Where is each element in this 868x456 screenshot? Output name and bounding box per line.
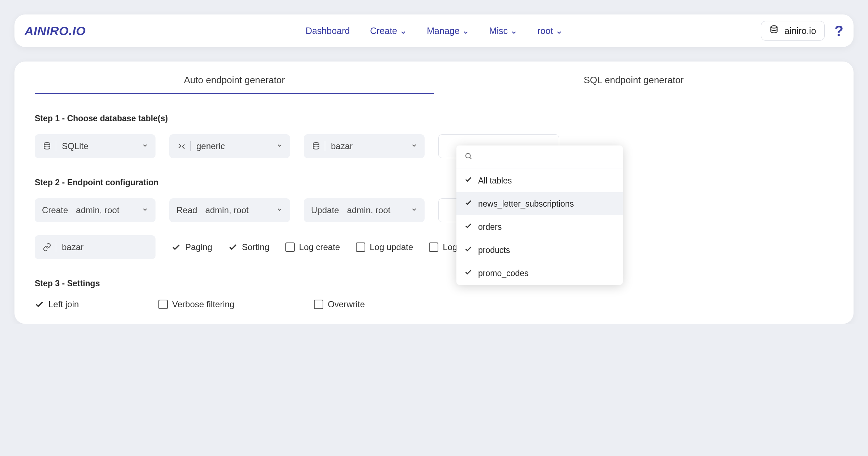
connection-select[interactable]: generic — [169, 134, 290, 158]
chevron-down-icon — [411, 142, 417, 151]
svg-point-2 — [313, 143, 319, 145]
left-join-label: Left join — [48, 299, 79, 309]
sorting-label: Sorting — [242, 242, 269, 252]
connection-icon — [176, 142, 187, 151]
nav-dashboard[interactable]: Dashboard — [306, 26, 350, 36]
log-update-label: Log update — [370, 242, 413, 252]
dropdown-item-label: All tables — [478, 176, 512, 186]
connection-value: generic — [196, 141, 225, 151]
step-3-title: Step 3 - Settings — [35, 279, 833, 288]
dropdown-item-promo-codes[interactable]: promo_codes — [456, 262, 623, 285]
verbose-label: Verbose filtering — [172, 299, 234, 309]
nav-manage[interactable]: Manage — [427, 26, 469, 36]
url-prefix-value: bazar — [62, 242, 84, 252]
paging-checkbox[interactable]: Paging — [171, 242, 212, 252]
chevron-down-icon — [400, 28, 407, 34]
db-engine-value: SQLite — [62, 141, 88, 151]
chevron-down-icon — [276, 142, 283, 151]
tab-auto-endpoint[interactable]: Auto endpoint generator — [35, 62, 434, 94]
svg-point-3 — [466, 153, 471, 158]
checkbox-icon — [285, 242, 295, 252]
checkbox-icon — [314, 300, 323, 309]
step-2-title: Step 2 - Endpoint configuration — [35, 178, 833, 187]
svg-point-0 — [771, 26, 777, 28]
chevron-down-icon — [276, 206, 283, 215]
dropdown-item-news-letter-subscriptions[interactable]: news_letter_subscriptions — [456, 192, 623, 215]
dropdown-item-orders[interactable]: orders — [456, 215, 623, 238]
url-prefix-input[interactable]: bazar — [35, 235, 156, 259]
top-nav: Dashboard Create Manage Misc — [306, 26, 562, 36]
database-icon — [769, 25, 779, 37]
create-roles-value: admin, root — [76, 205, 119, 215]
tabs: Auto endpoint generator SQL endpoint gen… — [35, 62, 833, 94]
chevron-down-icon — [142, 206, 148, 215]
check-icon — [171, 242, 181, 252]
checkbox-icon — [158, 300, 168, 309]
database-select[interactable]: bazar — [304, 134, 425, 158]
step-1-title: Step 1 - Choose database table(s) — [35, 114, 833, 123]
database-value: bazar — [331, 141, 353, 151]
log-update-checkbox[interactable]: Log update — [356, 242, 413, 252]
database-icon — [42, 142, 52, 151]
left-join-checkbox[interactable]: Left join — [35, 299, 79, 309]
dropdown-item-label: promo_codes — [478, 269, 528, 278]
read-roles-select[interactable]: Read admin, root — [169, 198, 290, 222]
check-icon — [464, 222, 472, 232]
svg-point-1 — [44, 143, 50, 145]
nav-create[interactable]: Create — [370, 26, 407, 36]
dropdown-search — [456, 145, 623, 169]
sorting-checkbox[interactable]: Sorting — [228, 242, 269, 252]
create-roles-select[interactable]: Create admin, root — [35, 198, 156, 222]
database-icon — [311, 142, 321, 151]
dropdown-item-label: products — [478, 245, 510, 255]
dropdown-search-input[interactable] — [477, 152, 615, 162]
dropdown-item-label: orders — [478, 222, 502, 232]
read-label: Read — [176, 205, 197, 215]
check-icon — [35, 300, 44, 309]
nav-manage-label: Manage — [427, 26, 459, 36]
update-roles-value: admin, root — [347, 205, 390, 215]
search-icon — [464, 152, 472, 162]
svg-line-4 — [470, 157, 471, 159]
check-icon — [228, 242, 238, 252]
dropdown-item-label: news_letter_subscriptions — [478, 199, 574, 209]
nav-dashboard-label: Dashboard — [306, 26, 350, 36]
dropdown-item-products[interactable]: products — [456, 238, 623, 262]
checkbox-icon — [429, 242, 438, 252]
overwrite-label: Overwrite — [328, 299, 365, 309]
chevron-down-icon — [411, 206, 417, 215]
check-icon — [464, 245, 472, 255]
db-engine-select[interactable]: SQLite — [35, 134, 156, 158]
log-create-label: Log create — [299, 242, 340, 252]
nav-misc-label: Misc — [489, 26, 508, 36]
dropdown-item-all-tables[interactable]: All tables — [456, 169, 623, 192]
log-create-checkbox[interactable]: Log create — [285, 242, 340, 252]
create-label: Create — [42, 205, 68, 215]
tables-dropdown: All tables news_letter_subscriptions ord… — [456, 145, 623, 285]
nav-root[interactable]: root — [537, 26, 562, 36]
paging-label: Paging — [185, 242, 212, 252]
nav-root-label: root — [537, 26, 553, 36]
nav-create-label: Create — [370, 26, 397, 36]
help-button[interactable]: ? — [835, 23, 843, 39]
update-roles-select[interactable]: Update admin, root — [304, 198, 425, 222]
update-label: Update — [311, 205, 339, 215]
verbose-checkbox[interactable]: Verbose filtering — [158, 299, 234, 309]
nav-misc[interactable]: Misc — [489, 26, 517, 36]
check-icon — [464, 268, 472, 278]
check-icon — [464, 176, 472, 186]
tenant-label: ainiro.io — [784, 26, 816, 36]
check-icon — [464, 199, 472, 209]
chevron-down-icon — [556, 28, 562, 34]
chevron-down-icon — [463, 28, 469, 34]
chevron-down-icon — [142, 142, 148, 151]
tenant-chip[interactable]: ainiro.io — [761, 21, 825, 41]
checkbox-icon — [356, 242, 365, 252]
read-roles-value: admin, root — [205, 205, 248, 215]
link-icon — [42, 243, 52, 252]
tab-sql-endpoint[interactable]: SQL endpoint generator — [434, 62, 833, 94]
chevron-down-icon — [511, 28, 517, 34]
overwrite-checkbox[interactable]: Overwrite — [314, 299, 365, 309]
logo: AINIRO.IO — [25, 24, 86, 38]
